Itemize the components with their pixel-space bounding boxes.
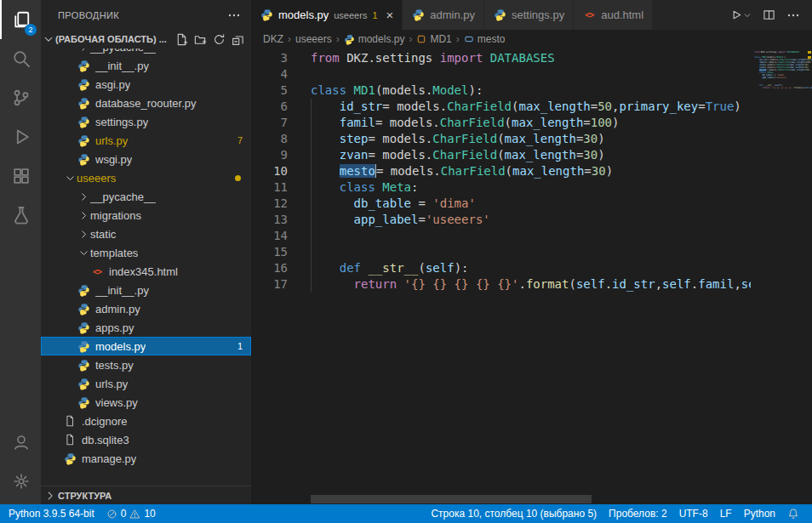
- python-icon: [77, 96, 90, 110]
- new-file-icon[interactable]: [175, 33, 188, 46]
- tree-item-urls-py[interactable]: urls.py: [41, 374, 251, 393]
- tree-item-dcignore[interactable]: .dcignore: [41, 412, 251, 430]
- line-number: 15: [251, 244, 304, 260]
- tree-item-useeers[interactable]: useeers: [41, 168, 251, 187]
- breadcrumb-item-dkz[interactable]: DKZ: [263, 33, 283, 45]
- breadcrumb-label: mesto: [477, 33, 506, 45]
- problems-indicator[interactable]: 0 10: [100, 504, 162, 523]
- tree-item-templates[interactable]: templates: [41, 243, 251, 262]
- code-line-content: step= models.CharField(max_length=30): [304, 131, 605, 147]
- activitybar-account[interactable]: [0, 423, 41, 462]
- tree-item-index345-html[interactable]: <>index345.html: [41, 262, 251, 281]
- minimap[interactable]: from DKZ.settings import DATABASESclass …: [751, 48, 812, 504]
- tree-item-label: manage.py: [82, 452, 136, 465]
- code-editor[interactable]: 3from DKZ.settings import DATABASES45cla…: [251, 48, 812, 504]
- activitybar-explorer[interactable]: 2: [0, 0, 41, 39]
- tree-item-views-py[interactable]: views.py: [41, 393, 251, 412]
- split-editor-icon[interactable]: [763, 9, 775, 21]
- tree-item-database-roouter-py[interactable]: database_roouter.py: [41, 94, 251, 112]
- tree-item-label: db.sqlite3: [82, 434, 129, 446]
- status-notifications[interactable]: [781, 504, 805, 523]
- tab-admin-py[interactable]: admin.py: [403, 0, 484, 30]
- activitybar-settings[interactable]: [0, 462, 41, 501]
- tree-item-migrations[interactable]: migrations: [41, 206, 251, 225]
- file-tree: __pycache____init__.pyasgi.pydatabase_ro…: [41, 48, 251, 486]
- activitybar-source-control[interactable]: [0, 78, 41, 117]
- tree-item-label: __init__.py: [95, 60, 149, 72]
- code-line: 9 zvan= models.CharField(max_length=30): [251, 147, 812, 163]
- tree-item-urls-py[interactable]: urls.py7: [41, 131, 251, 150]
- chevron-down-icon: [43, 33, 54, 45]
- tree-item-manage-py[interactable]: manage.py: [41, 449, 251, 468]
- tab-description: useeers: [334, 10, 367, 20]
- new-folder-icon[interactable]: [194, 33, 207, 46]
- status-language-mode[interactable]: Python: [738, 504, 781, 523]
- code-line-content: class MD1(models.Model):: [304, 82, 483, 99]
- play-icon: [729, 9, 742, 21]
- tree-item-pycache[interactable]: __pycache__: [41, 48, 251, 56]
- python-interpreter[interactable]: Python 3.9.5 64-bit: [0, 504, 100, 523]
- line-number: 6: [251, 99, 304, 115]
- tree-item-pycache[interactable]: __pycache__: [41, 187, 251, 206]
- tree-item-init-py[interactable]: __init__.py: [41, 56, 251, 75]
- file-icon: [63, 414, 77, 428]
- breadcrumb-item-mesto[interactable]: mesto: [464, 33, 506, 45]
- refresh-icon[interactable]: [213, 33, 226, 46]
- status-encoding[interactable]: UTF-8: [673, 504, 714, 523]
- activity-bar: 2: [0, 0, 41, 504]
- breadcrumb-item-md1[interactable]: MD1: [416, 33, 451, 45]
- status-eol[interactable]: LF: [714, 504, 738, 523]
- tree-item-init-py[interactable]: __init__.py: [41, 281, 251, 299]
- code-line: 11 class Meta:: [251, 179, 812, 196]
- status-cursor-position[interactable]: Строка 10, столбец 10 (выбрано 5): [425, 504, 603, 523]
- warning-icon: [129, 509, 140, 520]
- activitybar-testing[interactable]: [0, 196, 41, 235]
- tree-item-settings-py[interactable]: settings.py: [41, 112, 251, 131]
- horizontal-scrollbar[interactable]: [311, 495, 592, 503]
- tree-item-asgi-py[interactable]: asgi.py: [41, 75, 251, 94]
- code-line: 7 famil= models.CharField(max_length=100…: [251, 115, 812, 131]
- outline-section-header[interactable]: СТРУКТУРА: [41, 486, 251, 504]
- code-line: 10 mesto= models.CharField(max_length=30…: [251, 163, 812, 179]
- tree-item-static[interactable]: static: [41, 225, 251, 243]
- search-icon: [11, 48, 31, 69]
- tab-models-py[interactable]: models.pyuseeers1×: [251, 0, 403, 30]
- folder-chevron-icon: [77, 208, 90, 222]
- tree-item-admin-py[interactable]: admin.py: [41, 299, 251, 318]
- code-line: 3from DKZ.settings import DATABASES: [251, 50, 812, 66]
- code-line: 15: [251, 244, 812, 260]
- code-line-content: [304, 244, 311, 260]
- status-label: Строка 10, столбец 10 (выбрано 5): [431, 508, 597, 520]
- code-line-content: class Meta:: [304, 179, 418, 196]
- activitybar-run-debug[interactable]: [0, 117, 41, 156]
- workspace-section-header[interactable]: (РАБОЧАЯ ОБЛАСТЬ) ...: [41, 30, 251, 48]
- tree-item-wsgi-py[interactable]: wsgi.py: [41, 150, 251, 168]
- breadcrumb-item-models-py[interactable]: models.py: [344, 33, 405, 45]
- python-icon: [77, 152, 90, 166]
- activitybar-search[interactable]: [0, 39, 41, 78]
- activitybar-extensions[interactable]: [0, 156, 41, 196]
- tree-item-label: static: [90, 228, 116, 241]
- run-button[interactable]: [729, 9, 752, 21]
- status-indentation[interactable]: Пробелов: 2: [603, 504, 673, 523]
- collapse-all-icon[interactable]: [232, 33, 244, 46]
- close-icon[interactable]: ×: [386, 9, 394, 21]
- tree-item-tests-py[interactable]: tests.py: [41, 355, 251, 374]
- tree-item-label: database_roouter.py: [95, 97, 197, 110]
- line-number: 11: [251, 179, 304, 196]
- tree-item-db-sqlite3[interactable]: db.sqlite3: [41, 430, 251, 449]
- activity-badge: 2: [25, 24, 37, 36]
- tab-settings-py[interactable]: settings.py: [484, 0, 574, 30]
- code-line: 17 return '{} {} {} {} {}'.format(self.i…: [251, 276, 812, 293]
- sidebar-title: ПРОВОДНИК: [58, 10, 119, 20]
- line-number: 17: [251, 276, 304, 293]
- more-actions-icon[interactable]: [786, 9, 800, 22]
- tree-item-models-py[interactable]: models.py1: [41, 337, 251, 355]
- tree-item-apps-py[interactable]: apps.py: [41, 318, 251, 337]
- tab-aud-html[interactable]: <>aud.html: [574, 0, 653, 30]
- tree-item-label: tests.py: [95, 359, 134, 372]
- breadcrumb-separator-icon: ›: [336, 33, 340, 45]
- breadcrumb-item-useeers[interactable]: useeers: [295, 33, 332, 45]
- more-actions-icon[interactable]: [227, 9, 241, 22]
- python-icon: [77, 115, 90, 128]
